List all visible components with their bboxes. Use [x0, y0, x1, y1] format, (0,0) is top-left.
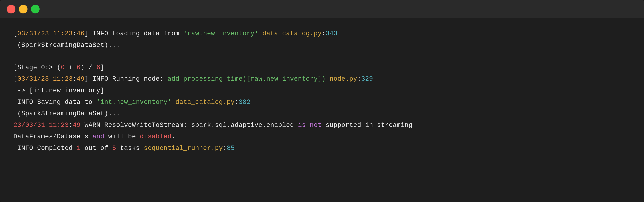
- log-line-5: [03/31/23 11:23:49] INFO Running node: a…: [14, 74, 630, 84]
- log-line-10: DataFrames/Datasets and will be disabled…: [14, 131, 630, 142]
- log-line-6: -> [int.new_inventory]: [14, 85, 630, 96]
- close-button[interactable]: [7, 5, 16, 14]
- terminal-content: [03/31/23 11:23:46] INFO Loading data fr…: [0, 18, 644, 202]
- log-line-11: INFO Completed 1 out of 5 tasks sequenti…: [14, 143, 630, 154]
- log-line-4: [Stage 0:> (0 + 6) / 6]: [14, 62, 630, 73]
- log-line-empty: [14, 51, 630, 62]
- log-line-2: (SparkStreamingDataSet)...: [14, 40, 630, 51]
- log-line-1: [03/31/23 11:23:46] INFO Loading data fr…: [14, 28, 630, 39]
- terminal-window: [03/31/23 11:23:46] INFO Loading data fr…: [0, 0, 644, 202]
- title-bar: [0, 0, 644, 18]
- log-line-9: 23/03/31 11:23:49 WARN ResolveWriteToStr…: [14, 120, 630, 131]
- minimize-button[interactable]: [19, 5, 28, 14]
- log-line-8: (SparkStreamingDataSet)...: [14, 108, 630, 119]
- window-buttons: [7, 5, 40, 14]
- log-line-7: INFO Saving data to 'int.new_inventory' …: [14, 97, 630, 108]
- maximize-button[interactable]: [31, 5, 40, 14]
